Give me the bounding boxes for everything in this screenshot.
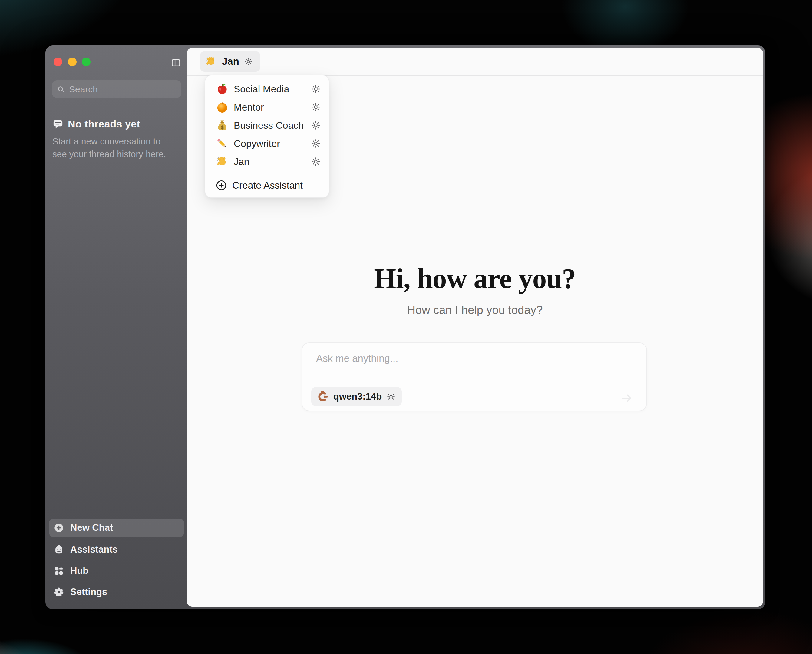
send-button[interactable] <box>619 391 634 405</box>
create-assistant-button[interactable]: Create Assistant <box>205 173 329 198</box>
window-zoom-button[interactable] <box>82 58 90 66</box>
sidebar-item-label: Assistants <box>70 544 118 555</box>
wave-emoji-icon <box>205 55 217 68</box>
gear-icon[interactable] <box>311 120 321 130</box>
greeting-subtitle: How can I help you today? <box>187 304 763 317</box>
model-selector-button[interactable]: qwen3:14b <box>311 387 402 406</box>
assistant-menu-item-label: Mentor <box>234 102 311 113</box>
sidebar-item-assistants[interactable]: Assistants <box>49 541 184 559</box>
assistant-menu-item-label: Copywriter <box>234 138 311 149</box>
empty-state-title: No threads yet <box>68 118 140 130</box>
sidebar-item-label: Settings <box>70 587 107 597</box>
gear-icon[interactable] <box>311 84 321 94</box>
apple-emoji-icon <box>215 83 229 96</box>
chat-bubble-icon <box>52 118 64 130</box>
empty-state-subtitle: Start a new conversation to see your thr… <box>52 135 174 160</box>
assistant-menu-item-jan[interactable]: Jan <box>205 153 329 171</box>
assistant-dropdown-menu: Social Media <box>205 75 329 198</box>
chat-composer: qwen3:14b <box>302 342 647 411</box>
assistant-menu-item-business-coach[interactable]: $ Business Coach <box>205 116 329 134</box>
desktop-wallpaper: No threads yet Start a new conversation … <box>0 0 812 654</box>
gear-icon[interactable] <box>311 157 321 167</box>
active-assistant-name: Jan <box>222 56 239 67</box>
model-settings-gear-icon[interactable] <box>386 392 396 402</box>
svg-text:$: $ <box>220 124 224 130</box>
assistant-selector-button[interactable]: Jan <box>200 51 260 72</box>
sidebar: No threads yet Start a new conversation … <box>46 46 187 609</box>
jan-app-window: No threads yet Start a new conversation … <box>46 46 765 609</box>
assistant-menu-item-label: Jan <box>234 156 311 167</box>
search-input[interactable] <box>69 84 177 95</box>
sidebar-toggle-icon <box>171 58 181 68</box>
robot-icon <box>53 544 64 555</box>
assistant-menu-item-copywriter[interactable]: Copywriter <box>205 134 329 153</box>
greeting-title: Hi, how are you? <box>187 262 763 295</box>
search-field[interactable] <box>52 80 182 98</box>
sidebar-toggle-button[interactable] <box>171 58 181 68</box>
assistant-menu-item-social-media[interactable]: Social Media <box>205 80 329 98</box>
chat-header: Jan <box>187 48 763 75</box>
sidebar-item-new-chat[interactable]: New Chat <box>49 519 184 537</box>
tangerine-emoji-icon <box>215 101 229 114</box>
chat-input[interactable] <box>302 343 646 379</box>
main-panel: Jan <box>187 48 763 607</box>
create-assistant-label: Create Assistant <box>232 180 321 191</box>
wave-emoji-icon <box>215 155 229 168</box>
plus-circle-outline-icon <box>215 179 227 191</box>
pencil-emoji-icon <box>215 137 229 150</box>
sidebar-item-hub[interactable]: Hub <box>49 562 184 580</box>
gear-icon <box>53 587 64 598</box>
window-minimize-button[interactable] <box>68 58 76 66</box>
gear-icon[interactable] <box>311 138 321 149</box>
assistant-settings-gear-icon[interactable] <box>244 57 253 66</box>
sidebar-item-label: New Chat <box>70 522 113 533</box>
sidebar-item-settings[interactable]: Settings <box>49 583 184 601</box>
gear-icon[interactable] <box>311 102 321 112</box>
sidebar-item-label: Hub <box>70 565 89 576</box>
search-icon <box>57 85 65 94</box>
assistant-menu-item-label: Business Coach <box>234 120 311 131</box>
assistant-menu-item-mentor[interactable]: Mentor <box>205 98 329 116</box>
grid-plus-icon <box>53 565 64 576</box>
send-arrow-icon <box>619 391 634 405</box>
plus-circle-icon <box>53 522 64 533</box>
model-provider-icon <box>316 390 329 403</box>
window-close-button[interactable] <box>53 58 63 66</box>
money-bag-emoji-icon: $ <box>215 119 229 132</box>
model-name-label: qwen3:14b <box>333 391 382 402</box>
assistant-menu-item-label: Social Media <box>234 84 311 95</box>
